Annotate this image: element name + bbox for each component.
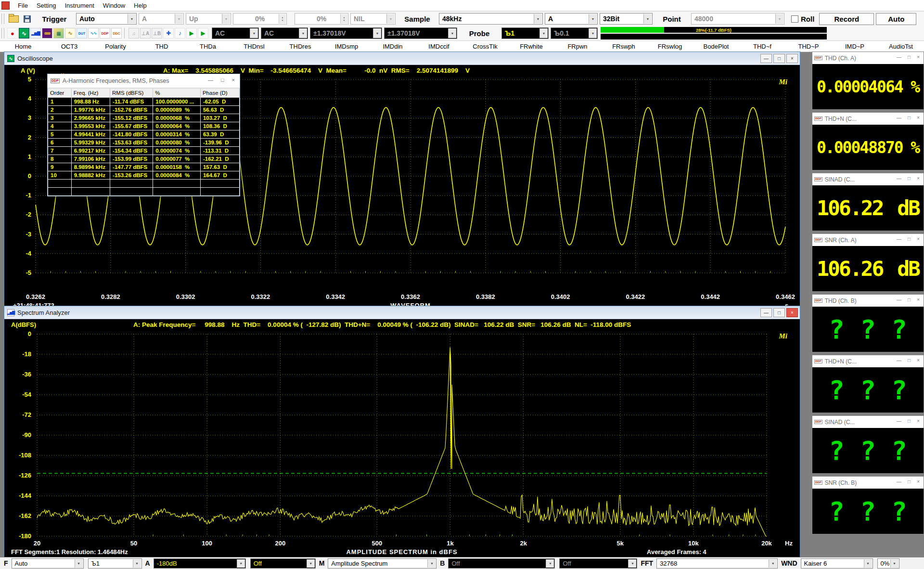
tab-bodeplot[interactable]: BodePlot (693, 41, 739, 52)
maximize-button[interactable]: □ (908, 54, 911, 60)
dropdown-arrow-icon[interactable]: ▼ (769, 559, 777, 568)
overlap-select[interactable]: 0%▼ (877, 558, 899, 569)
tab-thd~p[interactable]: THD~P (785, 41, 832, 52)
minimize-button[interactable]: — (897, 54, 901, 60)
range-a-select[interactable]: ±1.37018V▼ (310, 27, 382, 39)
signal-generator-icon[interactable]: ∿ (65, 28, 76, 39)
tab-polarity[interactable]: Polarity (92, 41, 139, 52)
reference-b-icon[interactable]: ⊥B (152, 28, 162, 39)
trigger-ext-select[interactable]: NIL▼ (350, 13, 396, 25)
minimize-button[interactable]: — (897, 115, 901, 120)
menu-instrument[interactable]: Instrument (60, 2, 98, 9)
meter-titlebar[interactable]: DDPSNR (Ch. A)—□× (812, 234, 924, 246)
tab-frswph[interactable]: FRswph (601, 41, 647, 52)
spectrum-analyzer-icon[interactable]: ▂▅▇ (30, 28, 41, 39)
minimize-button[interactable]: — (208, 77, 213, 83)
derived-data-point-icon[interactable]: ∿∿ (88, 28, 99, 39)
oscilloscope-icon[interactable]: ∿ (19, 28, 29, 39)
record-icon[interactable]: ● (7, 28, 18, 39)
reference-a-icon[interactable]: ⊥A (140, 28, 151, 39)
dropdown-arrow-icon[interactable]: ▼ (427, 559, 436, 568)
tab-thda[interactable]: THDa (185, 41, 231, 52)
open-icon[interactable] (9, 15, 19, 23)
tab-crosstlk[interactable]: CrossTlk (462, 41, 508, 52)
dropdown-arrow-icon[interactable]: ▼ (643, 14, 652, 24)
ddp-viewer-icon[interactable]: DDP (100, 28, 110, 39)
stepper-arrows-icon[interactable]: ▲▼ (279, 14, 286, 24)
meter-titlebar[interactable]: DDPTHD (Ch. B)—□× (812, 295, 924, 307)
tab-imd~p[interactable]: IMD~P (832, 41, 878, 52)
maximize-button[interactable]: □ (908, 358, 911, 363)
window-function-select[interactable]: Kaiser 6▼ (801, 558, 873, 569)
trigger-level-stepper[interactable]: 0%▲▼ (233, 13, 287, 25)
dropdown-arrow-icon[interactable]: ▼ (864, 559, 872, 568)
meter-titlebar[interactable]: DDPTHD (Ch. A)—□× (812, 52, 924, 64)
tab-thdres[interactable]: THDres (277, 41, 323, 52)
sample-rate-select[interactable]: 48kHz▼ (439, 13, 543, 25)
run-single-icon[interactable]: ▶ (198, 28, 208, 39)
minimize-button[interactable]: — (897, 176, 901, 181)
trigger-delay-stepper[interactable]: 0%▲▼ (295, 13, 348, 25)
probe-b-select[interactable]: Ъ0.1▼ (551, 27, 598, 39)
minimize-button[interactable]: — (897, 479, 901, 484)
coupling-a-select[interactable]: AC▼ (212, 27, 259, 39)
menu-setting[interactable]: Setting (32, 2, 60, 9)
dropdown-arrow-icon[interactable]: ▼ (589, 14, 597, 24)
dropdown-arrow-icon[interactable]: ▼ (589, 28, 597, 38)
view-mode-select[interactable]: Amplitude Spectrum▼ (328, 558, 436, 569)
ddc-icon[interactable]: DDC (111, 28, 122, 39)
dropdown-arrow-icon[interactable]: ▼ (628, 559, 636, 568)
close-button[interactable]: × (232, 77, 235, 83)
meter-titlebar[interactable]: DDPTHD+N (C...—□× (812, 113, 924, 125)
probe-a-select[interactable]: Ъ1▼ (501, 27, 549, 39)
close-button[interactable]: × (917, 479, 920, 484)
dropdown-arrow-icon[interactable]: ▼ (128, 14, 136, 24)
maximize-button[interactable]: □ (908, 297, 911, 302)
dropdown-arrow-icon[interactable]: ▼ (237, 559, 245, 568)
minimize-button[interactable]: — (897, 297, 901, 302)
run-icon[interactable]: ▶ (186, 28, 197, 39)
tab-oct3[interactable]: OCT3 (46, 41, 92, 52)
meter-titlebar[interactable]: DDPSINAD (C...—□× (812, 173, 924, 185)
dropdown-arrow-icon[interactable]: ▼ (250, 28, 258, 38)
save-icon[interactable] (24, 15, 31, 23)
minimize-button[interactable]: — (760, 54, 772, 63)
tab-frpwn[interactable]: FRpwn (554, 41, 601, 52)
roll-checkbox[interactable]: Roll (791, 15, 814, 23)
close-button[interactable]: × (917, 176, 920, 181)
dropdown-arrow-icon[interactable]: ▼ (534, 14, 542, 24)
minimize-button[interactable]: — (897, 358, 901, 363)
maximize-button[interactable]: □ (908, 479, 911, 484)
tab-imdsmp[interactable]: IMDsmp (323, 41, 370, 52)
toolbar-grip[interactable] (1, 13, 4, 24)
dropdown-arrow-icon[interactable]: ▼ (175, 14, 183, 24)
close-button[interactable]: × (917, 418, 920, 424)
tab-imddin[interactable]: IMDdin (370, 41, 416, 52)
dropdown-arrow-icon[interactable]: ▼ (386, 14, 395, 24)
maximize-button[interactable]: □ (908, 176, 911, 181)
trigger-mode-select[interactable]: Auto▼ (76, 13, 137, 25)
close-button[interactable]: × (917, 297, 920, 302)
dropdown-arrow-icon[interactable]: ▼ (539, 28, 548, 38)
minimize-button[interactable]: — (897, 418, 901, 424)
frequency-probe-select[interactable]: Ъ1▼ (88, 558, 142, 569)
b-range-select[interactable]: Off▼ (448, 558, 555, 569)
spectrum-3d-plot-icon[interactable]: ▦ (53, 28, 64, 39)
spectrum-titlebar[interactable]: ▂▅▇ Spectrum Analyzer — □ × (4, 306, 800, 319)
frequency-mode-select[interactable]: Auto▼ (12, 558, 84, 569)
dropdown-arrow-icon[interactable]: ▼ (75, 559, 83, 568)
a-extra-select[interactable]: Off▼ (250, 558, 316, 569)
dropdown-arrow-icon[interactable]: ▼ (133, 559, 141, 568)
probe-calibration-icon[interactable]: ✚ (163, 28, 174, 39)
toolbar-grip[interactable] (1, 28, 4, 39)
tab-frwhite[interactable]: FRwhite (508, 41, 554, 52)
minimize-button[interactable]: — (760, 308, 772, 317)
minimize-button[interactable]: — (897, 236, 901, 242)
menu-file[interactable]: File (13, 2, 32, 9)
maximize-button[interactable]: □ (908, 418, 911, 424)
tab-home[interactable]: Home (0, 41, 46, 52)
tab-audiotst[interactable]: AudioTst (878, 41, 924, 52)
maximize-button[interactable]: □ (908, 236, 911, 242)
close-button[interactable]: × (917, 358, 920, 363)
menu-help[interactable]: Help (129, 2, 151, 9)
